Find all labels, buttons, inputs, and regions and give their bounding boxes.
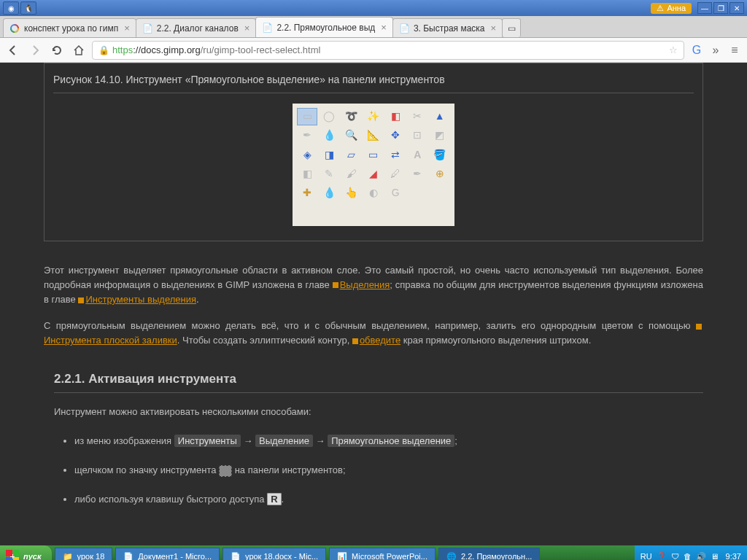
forward-button[interactable]: [26, 42, 44, 59]
tab-close-icon[interactable]: ×: [381, 22, 387, 33]
tab-label: 3. Быстрая маска: [414, 23, 485, 34]
list-item: либо используя клавишу быстрого доступа …: [74, 492, 703, 507]
link-stroke[interactable]: обведите: [360, 335, 400, 346]
rect-select-tool-icon: ▭: [297, 108, 317, 125]
menu-path: Выделение: [255, 435, 313, 447]
tab-1[interactable]: 📄 2.2. Диалог каналов ×: [136, 18, 257, 37]
move-tool-icon: ✥: [385, 127, 406, 144]
text-tool-icon: A: [407, 146, 427, 163]
tray-icon[interactable]: 🛡: [671, 552, 679, 560]
figure-title: Рисунок 14.10. Инструмент «Прямоугольное…: [53, 69, 694, 93]
lasso-tool-icon: ➰: [341, 108, 362, 125]
perspective-tool-icon: ▭: [363, 146, 384, 163]
link-bucket-fill[interactable]: Инструмента плоской заливки: [44, 335, 177, 346]
wand-tool-icon: ✨: [363, 108, 384, 125]
crop-tool-icon: ◩: [430, 127, 450, 144]
url-host: ://docs.gimp.org: [133, 44, 201, 55]
activation-methods-list: из меню изображения Инструменты → Выделе…: [74, 434, 703, 507]
blur-tool-icon: 💧: [319, 184, 339, 202]
shear-tool-icon: ▱: [341, 146, 362, 163]
paragraph-2: С прямоугольным выделением можно делать …: [44, 319, 703, 348]
taskbar: пуск 📁 урок 18 📄 Документ1 - Micro... 📄 …: [0, 545, 747, 560]
tab-close-icon[interactable]: ×: [491, 23, 497, 34]
url-scheme: https: [112, 44, 133, 55]
menu-path: Прямоугольное выделение: [328, 435, 454, 447]
scissors-tool-icon: ✂: [407, 108, 427, 125]
tab-close-icon[interactable]: ×: [124, 23, 130, 34]
tray-icon[interactable]: ❓: [657, 552, 667, 561]
smudge-tool-icon: 👆: [341, 184, 362, 202]
tab-close-icon[interactable]: ×: [244, 23, 250, 34]
page-content: Рисунок 14.10. Инструмент «Прямоугольное…: [0, 63, 747, 545]
zoom-tool-icon: 🔍: [341, 127, 362, 144]
tab-label: конспект урока по гимп: [24, 23, 118, 34]
maximize-button[interactable]: ❐: [713, 2, 728, 14]
tab-2[interactable]: 📄 2.2. Прямоугольное выд ×: [255, 17, 392, 37]
close-button[interactable]: ✕: [729, 2, 744, 14]
rotate-tool-icon: ◈: [297, 146, 317, 163]
ink-tool-icon: ✒: [407, 166, 427, 183]
bucket-tool-icon: 🪣: [430, 146, 450, 163]
link-bullet-icon: [78, 298, 84, 303]
link-selections[interactable]: Выделения: [340, 279, 390, 290]
taskbar-item-2[interactable]: 📄 урок 18.docx - Mic...: [222, 548, 326, 560]
tray-icon[interactable]: 🔊: [696, 552, 706, 561]
link-selection-tools[interactable]: Инструменты выделения: [85, 294, 196, 305]
taskbar-item-4[interactable]: 🌐 2.2. Прямоугольн...: [438, 548, 540, 560]
pencil-tool-icon: ✎: [319, 166, 339, 183]
minimize-button[interactable]: —: [697, 2, 712, 14]
section-intro: Инструмент можно активировать нескольким…: [54, 405, 703, 419]
clock[interactable]: 9:37: [726, 552, 741, 560]
reload-button[interactable]: [48, 42, 66, 59]
start-button[interactable]: пуск: [0, 545, 52, 560]
eyedrop-tool-icon: 💧: [319, 127, 339, 144]
section-title: 2.2.1. Активация инструмента: [54, 370, 703, 392]
link-bullet-icon: [333, 282, 338, 288]
taskbar-item-3[interactable]: 📊 Microsoft PowerPoi...: [329, 548, 436, 560]
home-button[interactable]: [70, 42, 88, 59]
tab-0[interactable]: конспект урока по гимп ×: [3, 18, 136, 37]
list-item: щелчком по значку инструмента на панели …: [74, 463, 703, 478]
extensions-icon[interactable]: »: [708, 42, 724, 58]
tray-icon[interactable]: 🗑: [684, 552, 692, 560]
titlebar-app-icon-2[interactable]: 🐧: [20, 1, 36, 15]
back-button[interactable]: [4, 42, 22, 59]
clone-tool-icon: ⊕: [430, 166, 450, 183]
user-badge[interactable]: ⚠ Анна: [651, 3, 692, 14]
google-icon: [9, 23, 20, 34]
page-icon: 📄: [399, 23, 409, 34]
tray-icon[interactable]: 🖥: [711, 552, 719, 560]
dodge-tool-icon: ◐: [363, 184, 384, 202]
eraser-tool-icon: ◢: [363, 166, 384, 183]
new-tab-button[interactable]: ▭: [502, 18, 521, 37]
paths-tool-icon: ✒: [297, 127, 317, 144]
window-titlebar: ◉ 🐧 ⚠ Анна — ❐ ✕: [0, 0, 747, 16]
browser-tabstrip: конспект урока по гимп × 📄 2.2. Диалог к…: [0, 16, 747, 38]
system-tray[interactable]: RU ❓ 🛡 🗑 🔊 🖥 9:37: [635, 545, 747, 560]
address-bar: 🔒 https ://docs.gimp.org /ru/gimp-tool-r…: [0, 38, 747, 63]
taskbar-item-1[interactable]: 📄 Документ1 - Micro...: [115, 548, 220, 560]
scale-tool-icon: ◨: [319, 146, 339, 163]
tab-3[interactable]: 📄 3. Быстрая маска ×: [392, 18, 503, 37]
lang-indicator[interactable]: RU: [640, 552, 652, 560]
translate-icon[interactable]: G: [689, 42, 705, 58]
flip-tool-icon: ⇄: [385, 146, 406, 163]
airbrush-tool-icon: 🖊: [385, 166, 406, 183]
gegl-tool-icon: G: [385, 184, 406, 202]
titlebar-app-icon-1[interactable]: ◉: [3, 1, 19, 15]
url-input[interactable]: 🔒 https ://docs.gimp.org /ru/gimp-tool-r…: [92, 41, 684, 60]
figure-box: Рисунок 14.10. Инструмент «Прямоугольное…: [44, 63, 703, 241]
bycolor-tool-icon: ◧: [385, 108, 406, 125]
page-icon: 📄: [262, 23, 272, 33]
brush-tool-icon: 🖌: [341, 166, 362, 183]
heal-tool-icon: ✚: [297, 184, 317, 202]
menu-icon[interactable]: ≡: [727, 42, 743, 58]
link-bullet-icon: [352, 338, 358, 344]
ellipse-tool-icon: ◯: [319, 108, 339, 125]
keycap: R: [267, 493, 281, 505]
fg-select-tool-icon: ▲: [430, 108, 450, 125]
taskbar-item-0[interactable]: 📁 урок 18: [55, 548, 113, 560]
star-icon[interactable]: ☆: [669, 44, 678, 55]
measure-tool-icon: 📐: [363, 127, 384, 144]
list-item: из меню изображения Инструменты → Выделе…: [74, 434, 703, 448]
